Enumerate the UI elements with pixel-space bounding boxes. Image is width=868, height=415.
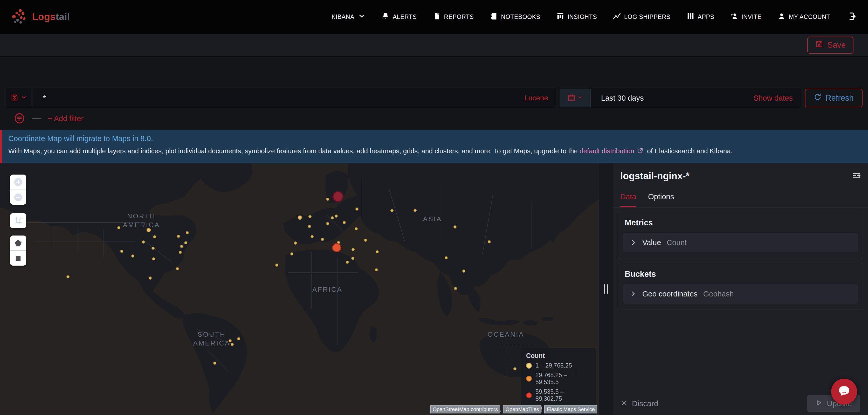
save-button[interactable]: Save (807, 37, 854, 54)
default-distribution-link[interactable]: default distribution (580, 147, 634, 155)
map-data-point (333, 191, 344, 202)
banner-text-pre: With Maps, you can add multiple layers a… (8, 147, 580, 155)
map-data-point (321, 238, 324, 241)
chat-widget-button[interactable] (831, 379, 857, 405)
refresh-button[interactable]: Refresh (805, 89, 863, 107)
trend-line-icon (613, 12, 621, 22)
query-language-button[interactable]: Lucene (524, 94, 548, 102)
map-data-point (176, 267, 179, 270)
date-picker-menu-button[interactable] (560, 89, 591, 107)
nav-item-notebooks[interactable]: NOTEBOOKS (490, 12, 540, 22)
map-legend-rows: 1 – 29,768.2529,768.25 – 59,535.559,535.… (526, 362, 590, 412)
draw-polygon-button[interactable] (10, 235, 26, 251)
bar-columns-icon (556, 12, 564, 22)
logstail-logo[interactable]: Logstail (12, 9, 70, 25)
agg-label: Value (642, 238, 661, 247)
nav-item-apps[interactable]: APPS (687, 12, 714, 22)
nav-item-my-account[interactable]: MY ACCOUNT (778, 12, 830, 22)
map-data-point (343, 221, 346, 224)
legend-title: Count (526, 352, 590, 359)
map-data-point (488, 240, 491, 243)
nav-item-insights[interactable]: INSIGHTS (556, 12, 597, 22)
map-draw-controls (10, 235, 26, 265)
legend-item: 59,535.5 – 89,302.75 (526, 388, 590, 402)
map-data-point (514, 367, 517, 371)
zoom-in-button[interactable] (10, 174, 26, 190)
legend-swatch (526, 363, 532, 369)
top-nav-bar: Logstail KIBANA ALERTS REPORTS NOTEBOOKS… (0, 0, 868, 34)
editor-tabs: Data Options (620, 192, 861, 207)
draw-rectangle-button[interactable] (10, 251, 26, 265)
chat-bubble-icon (837, 384, 851, 400)
editor-footer: Discard Update (613, 392, 868, 415)
map-data-point (355, 208, 359, 211)
resizer-grip-icon (604, 284, 608, 294)
banner-title[interactable]: Coordinate Map will migrate to Maps in 8… (8, 134, 868, 143)
map-data-point (326, 198, 329, 201)
coordinate-map-canvas[interactable]: NORTHAMERICAASIAAFRICASOUTHAMERICAOCEANI… (0, 163, 599, 415)
bucket-geo-coordinates-row[interactable]: Geo coordinates Geohash (623, 284, 858, 304)
map-data-point (332, 243, 341, 252)
map-fit-bounds-control (10, 213, 26, 228)
map-data-point (351, 257, 354, 260)
bell-icon (381, 12, 390, 22)
map-data-point (117, 226, 120, 229)
map-data-point (308, 215, 312, 218)
map-data-point (391, 209, 394, 212)
zoom-out-button[interactable] (10, 190, 26, 205)
date-picker-bar: Last 30 days Show dates (560, 89, 800, 107)
crop-icon[interactable] (10, 213, 26, 228)
map-data-point (364, 238, 367, 242)
map-data-point (149, 277, 152, 280)
chevron-down-icon (577, 95, 583, 101)
map-data-point (462, 269, 465, 273)
map-zoom-controls (10, 174, 26, 205)
attribution-link[interactable]: OpenStreetMap contributors (431, 406, 500, 413)
agg-sublabel: Geohash (703, 290, 734, 298)
add-filter-button[interactable]: + Add filter (48, 115, 84, 123)
nav-item-reports[interactable]: REPORTS (433, 12, 474, 22)
external-link-icon (637, 147, 643, 155)
discard-button[interactable]: Discard (621, 399, 658, 408)
logout-icon[interactable] (846, 11, 856, 22)
tab-options[interactable]: Options (648, 192, 674, 207)
saved-query-menu-button[interactable] (5, 89, 32, 107)
map-data-point (177, 235, 180, 238)
map-data-point (331, 216, 334, 219)
save-disk-icon (11, 94, 19, 102)
buckets-card: Buckets Geo coordinates Geohash (618, 263, 863, 310)
map-data-point (152, 257, 155, 260)
search-query-input[interactable] (32, 94, 524, 102)
tab-data[interactable]: Data (620, 192, 636, 207)
metrics-heading: Metrics (625, 218, 856, 227)
filter-icon[interactable] (13, 112, 25, 125)
logstail-logo-icon (12, 9, 28, 25)
map-data-point (180, 245, 183, 248)
query-bar: Lucene Last 30 days Show dates Refresh (5, 89, 863, 107)
attribution-link[interactable]: Elastic Maps Service (545, 406, 597, 413)
legend-swatch (526, 392, 532, 398)
panel-resizer[interactable] (599, 163, 613, 415)
nav-item-invite[interactable]: INVITE (730, 12, 762, 22)
nav-item-alerts[interactable]: ALERTS (381, 12, 417, 22)
metric-value-count-row[interactable]: Value Count (623, 233, 858, 252)
agg-label: Geo coordinates (642, 290, 698, 298)
map-data-point (335, 215, 338, 218)
map-data-point (375, 268, 378, 271)
map-data-point (298, 216, 302, 220)
collapse-panel-icon[interactable] (852, 171, 861, 181)
time-range-label[interactable]: Last 30 days (601, 94, 644, 102)
show-dates-button[interactable]: Show dates (753, 94, 793, 102)
attribution-separator: , (541, 407, 542, 412)
legend-swatch (526, 376, 532, 382)
user-plus-icon (730, 12, 738, 22)
map-data-point (237, 337, 240, 340)
attribution-link[interactable]: OpenMapTiles (503, 406, 540, 413)
nav-item-kibana[interactable]: KIBANA (332, 12, 366, 22)
nav-item-log-shippers[interactable]: LOG SHIPPERS (613, 12, 670, 22)
legend-label: 29,768.25 – 59,535.5 (535, 372, 590, 386)
play-icon (815, 399, 823, 408)
metrics-card: Metrics Value Count (618, 212, 863, 259)
map-data-point (290, 252, 293, 255)
legend-item: 1 – 29,768.25 (526, 362, 590, 369)
